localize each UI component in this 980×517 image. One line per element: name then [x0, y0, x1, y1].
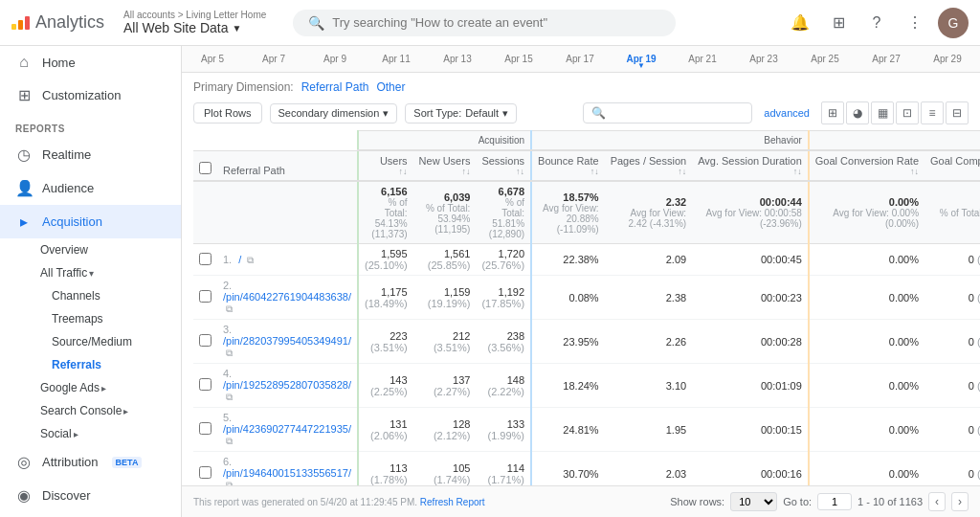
date-tick-7: Apr 17: [549, 54, 611, 64]
row-checkbox-cell-0[interactable]: [193, 244, 217, 276]
help-button[interactable]: ?: [861, 8, 892, 38]
rows-per-page-select[interactable]: 10 25 50 100: [730, 492, 777, 511]
totals-pages-cell: 2.32 Avg for View: 2.42 (-4.31%): [605, 181, 693, 244]
row-checkbox-1[interactable]: [199, 290, 212, 303]
more-options-button[interactable]: ⋮: [900, 8, 930, 38]
sidebar-item-acquisition[interactable]: ▸ Acquisition: [0, 205, 181, 238]
row-checkbox-5[interactable]: [199, 466, 212, 479]
row-checkbox-cell-3[interactable]: [193, 364, 217, 408]
customization-icon: ⊞: [15, 86, 33, 104]
refresh-report-link[interactable]: Refresh Report: [420, 497, 485, 507]
dimension-other[interactable]: Other: [376, 80, 405, 94]
row-duration-3: 00:01:09: [692, 364, 809, 408]
date-tick-12: Apr 27: [856, 54, 917, 64]
bar-view-button[interactable]: ▦: [871, 101, 894, 124]
row-path-link-4[interactable]: /pin/423690277447221935/: [223, 423, 351, 435]
acq-overview[interactable]: Overview: [40, 238, 181, 261]
social-arrow: ▸: [74, 429, 78, 439]
sidebar-item-audience[interactable]: 👤 Audience: [0, 171, 181, 205]
pivot-view-button[interactable]: ⊡: [896, 101, 919, 124]
row-num-2: 3.: [223, 324, 232, 335]
goal-completions-col-header[interactable]: Goal Completions ↑↓: [924, 150, 980, 181]
row-path-cell-2: 3. /pin/282037995405349491/ ⧉: [217, 320, 358, 364]
compare-view-button[interactable]: ≡: [921, 101, 944, 124]
row-pages-4: 1.95: [605, 408, 693, 452]
sort-type-select[interactable]: Sort Type: Default ▾: [405, 103, 517, 124]
sidebar-item-admin[interactable]: ⚙ Admin: [0, 512, 181, 517]
search-input[interactable]: [332, 15, 660, 30]
next-page-button[interactable]: ›: [951, 492, 969, 511]
new-users-col-name: New Users: [419, 155, 471, 167]
sidebar-item-customization[interactable]: ⊞ Customization: [0, 79, 181, 112]
row-bounce-1: 0.08%: [531, 276, 605, 320]
users-col-header[interactable]: Users ↑↓: [358, 150, 413, 181]
row-path-link-3[interactable]: /pin/192528952807035828/: [223, 379, 351, 391]
grid-view-button[interactable]: ⊞: [821, 101, 844, 124]
referral-path-col-header[interactable]: Referral Path: [217, 150, 358, 181]
row-checkbox-cell-1[interactable]: [193, 276, 217, 320]
row-link-icon-3: ⧉: [226, 392, 233, 402]
secondary-dimension-select[interactable]: Secondary dimension ▾: [270, 103, 398, 124]
row-checkbox-2[interactable]: [199, 334, 212, 347]
bounce-rate-col-header[interactable]: Bounce Rate ↑↓: [531, 150, 605, 181]
row-checkbox-cell-2[interactable]: [193, 320, 217, 364]
row-sessions-1: 1,192 (17.85%): [476, 276, 531, 320]
totals-sessions-pct: % of Total: 51.81% (12,890): [481, 197, 524, 239]
content-area: Apr 5 Apr 7 Apr 9 Apr 11 Apr 13 Apr 15 A…: [182, 46, 980, 517]
plot-rows-button[interactable]: Plot Rows: [193, 102, 262, 124]
row-checkbox-0[interactable]: [199, 253, 212, 265]
new-users-col-header[interactable]: New Users ↑↓: [413, 150, 477, 181]
table-search-input[interactable]: [610, 107, 744, 119]
row-goal-completions-2: 0 (0.00%): [924, 320, 980, 364]
sidebar-item-attribution[interactable]: ◎ Attribution BETA: [0, 445, 181, 479]
custom-view-button[interactable]: ⊟: [946, 101, 969, 124]
table-search[interactable]: 🔍: [583, 102, 752, 124]
row-checkbox-cell-5[interactable]: [193, 452, 217, 486]
show-rows-label: Show rows:: [670, 496, 724, 507]
select-all-checkbox[interactable]: [199, 162, 212, 174]
pie-view-button[interactable]: ◕: [846, 101, 869, 124]
row-checkbox-4[interactable]: [199, 422, 212, 435]
sort-type-arrow: ▾: [502, 107, 508, 120]
acquisition-icon: ▸: [15, 213, 33, 231]
notifications-button[interactable]: 🔔: [785, 8, 815, 38]
row-goal-completions-3: 0 (0.00%): [924, 364, 980, 408]
acq-search-console[interactable]: Search Console: [40, 399, 122, 422]
row-duration-2: 00:00:28: [692, 320, 809, 364]
avg-duration-col-header[interactable]: Avg. Session Duration ↑↓: [692, 150, 809, 181]
acq-all-traffic[interactable]: All Traffic: [40, 261, 87, 284]
dimension-value[interactable]: Referral Path: [301, 80, 369, 94]
row-path-link-2[interactable]: /pin/282037995405349491/: [223, 335, 351, 347]
sidebar-item-discover[interactable]: ◉ Discover: [0, 479, 181, 512]
sessions-col-header[interactable]: Sessions ↑↓: [476, 150, 531, 181]
sidebar-item-home[interactable]: ⌂ Home: [0, 46, 181, 79]
row-checkbox-cell-4[interactable]: [193, 408, 217, 452]
advanced-link[interactable]: advanced: [764, 107, 810, 119]
row-pages-0: 2.09: [605, 244, 693, 276]
acq-source-medium[interactable]: Source/Medium: [52, 330, 181, 353]
apps-button[interactable]: ⊞: [823, 8, 854, 38]
acq-google-ads[interactable]: Google Ads: [40, 376, 100, 399]
acq-treemaps[interactable]: Treemaps: [52, 307, 181, 330]
page-range: 1 - 10 of 1163: [858, 496, 923, 507]
totals-duration-value: 00:00:44: [760, 196, 802, 208]
property-selector[interactable]: All Web Site Data ▼: [123, 20, 266, 35]
row-path-link-1[interactable]: /pin/460422761904483638/: [223, 291, 351, 303]
acq-social[interactable]: Social: [40, 422, 72, 445]
row-sessions-5: 114 (1.71%): [476, 452, 531, 486]
sidebar-item-realtime[interactable]: ◷ Realtime: [0, 138, 181, 171]
totals-sessions-cell: 6,678 % of Total: 51.81% (12,890): [476, 181, 531, 244]
date-tick-10: Apr 23: [733, 54, 794, 64]
acq-referrals[interactable]: Referrals: [52, 353, 181, 376]
pages-session-col-header[interactable]: Pages / Session ↑↓: [605, 150, 693, 181]
previous-page-button[interactable]: ‹: [928, 492, 946, 511]
search-bar[interactable]: 🔍: [293, 10, 676, 36]
row-path-link-0[interactable]: /: [238, 254, 241, 265]
sort-type-value: Default: [465, 107, 499, 119]
goal-conv-rate-col-header[interactable]: Goal Conversion Rate ↑↓: [809, 150, 924, 181]
acq-channels[interactable]: Channels: [52, 284, 181, 307]
avatar[interactable]: G: [938, 8, 969, 38]
row-checkbox-3[interactable]: [199, 378, 212, 391]
page-number-input[interactable]: [817, 493, 852, 510]
row-path-link-5[interactable]: /pin/194640015133556517/: [223, 467, 351, 479]
